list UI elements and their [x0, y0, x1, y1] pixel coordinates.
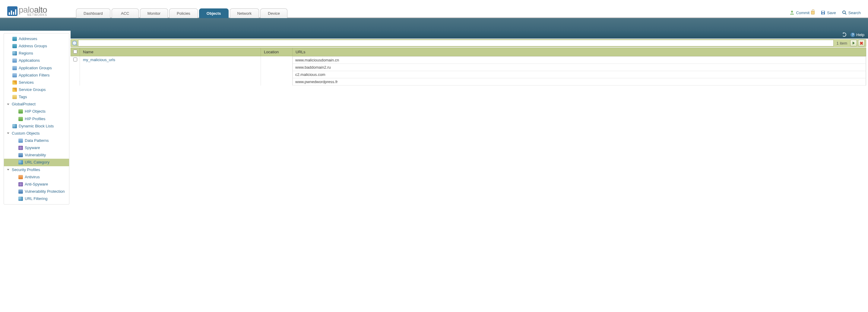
row-name-link[interactable]: my_malicious_urls	[83, 58, 115, 62]
header-actions: Commit Save Search	[789, 10, 861, 15]
sidebar: Addresses Address Groups Regions Applica…	[4, 33, 69, 205]
sidebar-item-vulnerability[interactable]: Vulnerability	[4, 151, 69, 159]
header: paloalto NETWORKS Dashboard ACC Monitor …	[0, 0, 868, 18]
col-urls[interactable]: URLs	[292, 48, 866, 56]
sidebar-item-dynamic-block-lists[interactable]: Dynamic Block Lists	[4, 123, 69, 130]
sidebar-item-antivirus[interactable]: Antivirus	[4, 173, 69, 181]
refresh-icon[interactable]	[842, 33, 846, 37]
sidebar-item-application-filters[interactable]: Application Filters	[4, 72, 69, 79]
sidebar-item-label: Vulnerability	[25, 152, 46, 158]
col-location[interactable]: Location	[261, 48, 292, 56]
close-icon: ✖	[860, 41, 864, 45]
caret-down-icon	[7, 169, 9, 170]
commit-icon	[789, 10, 795, 15]
sidebar-item-label: Vulnerability Protection	[25, 188, 65, 195]
sidebar-item-addresses[interactable]: Addresses	[4, 35, 69, 42]
logo-icon	[7, 6, 18, 16]
tab-network[interactable]: Network	[230, 8, 259, 18]
url-category-table: Name Location URLs my_malicious_urls www…	[70, 47, 866, 85]
sidebar-item-label: Data Patterns	[25, 138, 49, 144]
sidebar-item-label: Tags	[19, 94, 27, 100]
sidebar-item-applications[interactable]: Applications	[4, 57, 69, 64]
search-input[interactable]	[78, 40, 834, 46]
url-category-icon	[19, 160, 23, 165]
sidebar-item-label: Antivirus	[25, 174, 40, 180]
search-icon[interactable]	[72, 41, 77, 45]
lock-icon	[811, 11, 815, 14]
tags-icon	[12, 95, 17, 99]
url-entry: www.maliciousdomain.cn	[292, 56, 866, 64]
sidebar-item-label: HIP Profiles	[25, 116, 45, 122]
search-label: Search	[848, 10, 861, 15]
caret-down-icon	[7, 104, 9, 105]
col-name[interactable]: Name	[80, 48, 261, 56]
clear-filter-button[interactable]: ✖	[858, 40, 865, 46]
tab-dashboard[interactable]: Dashboard	[76, 8, 111, 18]
anti-spyware-icon	[19, 182, 23, 186]
sidebar-group-label: Security Profiles	[12, 167, 40, 173]
sidebar-group-security-profiles[interactable]: Security Profiles	[4, 166, 69, 173]
sidebar-item-label: URL Category	[25, 159, 50, 165]
sidebar-item-url-category[interactable]: URL Category	[4, 159, 69, 166]
sidebar-item-hip-objects[interactable]: HIP Objects	[4, 108, 69, 115]
sidebar-item-hip-profiles[interactable]: HIP Profiles	[4, 115, 69, 123]
save-label: Save	[827, 10, 836, 15]
svg-rect-0	[790, 14, 794, 14]
logo: paloalto NETWORKS	[7, 6, 47, 16]
sidebar-item-label: HIP Objects	[25, 108, 45, 114]
sidebar-item-anti-spyware[interactable]: Anti-Spyware	[4, 181, 69, 188]
sidebar-item-label: Applications	[19, 58, 40, 64]
caret-down-icon	[7, 133, 9, 134]
tab-device[interactable]: Device	[260, 8, 287, 18]
sidebar-group-custom-objects[interactable]: Custom Objects	[4, 130, 69, 137]
row-checkbox[interactable]	[73, 58, 77, 62]
svg-line-5	[845, 13, 846, 14]
sidebar-item-application-groups[interactable]: Application Groups	[4, 64, 69, 72]
url-filtering-icon	[19, 197, 23, 201]
sidebar-item-label: Services	[19, 79, 34, 85]
sidebar-item-label: Service Groups	[19, 87, 46, 93]
select-all-checkbox[interactable]	[73, 50, 77, 54]
tab-acc[interactable]: ACC	[112, 8, 139, 18]
sidebar-item-data-patterns[interactable]: Data Patterns	[4, 137, 69, 144]
sidebar-item-label: Spyware	[25, 145, 40, 151]
sidebar-group-globalprotect[interactable]: GlobalProtect	[4, 101, 69, 108]
help-link[interactable]: ? Help	[850, 33, 864, 37]
sidebar-item-address-groups[interactable]: Address Groups	[4, 42, 69, 50]
tab-monitor[interactable]: Monitor	[140, 8, 168, 18]
application-groups-icon	[12, 66, 17, 70]
sub-bar	[0, 18, 868, 31]
sidebar-item-service-groups[interactable]: Service Groups	[4, 86, 69, 93]
svg-rect-3	[822, 13, 824, 14]
sidebar-item-url-filtering[interactable]: URL Filtering	[4, 195, 69, 202]
apply-filter-button[interactable]	[850, 40, 857, 46]
spyware-icon	[19, 146, 23, 150]
table-row: my_malicious_urls www.maliciousdomain.cn…	[71, 56, 866, 86]
commit-link[interactable]: Commit	[789, 10, 815, 15]
sidebar-item-label: Anti-Spyware	[25, 181, 48, 187]
search-bar: 1 item ✖	[70, 39, 866, 47]
svg-point-4	[843, 11, 845, 13]
row-location	[261, 56, 292, 86]
commit-label: Commit	[796, 10, 809, 15]
arrow-right-icon	[852, 41, 855, 44]
url-entry: www.baddomain2.ru	[292, 64, 866, 71]
sidebar-item-vulnerability-protection[interactable]: Vulnerability Protection	[4, 188, 69, 195]
hip-objects-icon	[19, 109, 23, 113]
url-entry: c2.malicious.com	[292, 71, 866, 78]
sidebar-item-regions[interactable]: Regions	[4, 50, 69, 57]
addresses-icon	[12, 37, 17, 41]
hip-profiles-icon	[19, 117, 23, 121]
sidebar-item-label: URL Filtering	[25, 196, 48, 202]
sidebar-item-spyware[interactable]: Spyware	[4, 144, 69, 151]
search-link[interactable]: Search	[842, 10, 861, 15]
tab-policies[interactable]: Policies	[169, 8, 198, 18]
sidebar-item-tags[interactable]: Tags	[4, 93, 69, 101]
tab-objects[interactable]: Objects	[199, 8, 228, 18]
save-link[interactable]: Save	[820, 10, 836, 15]
sidebar-item-label: Application Groups	[19, 65, 52, 71]
antivirus-icon	[19, 175, 23, 179]
item-count: 1 item	[835, 41, 849, 45]
sidebar-item-services[interactable]: Services	[4, 79, 69, 86]
vulnerability-protection-icon	[19, 189, 23, 194]
